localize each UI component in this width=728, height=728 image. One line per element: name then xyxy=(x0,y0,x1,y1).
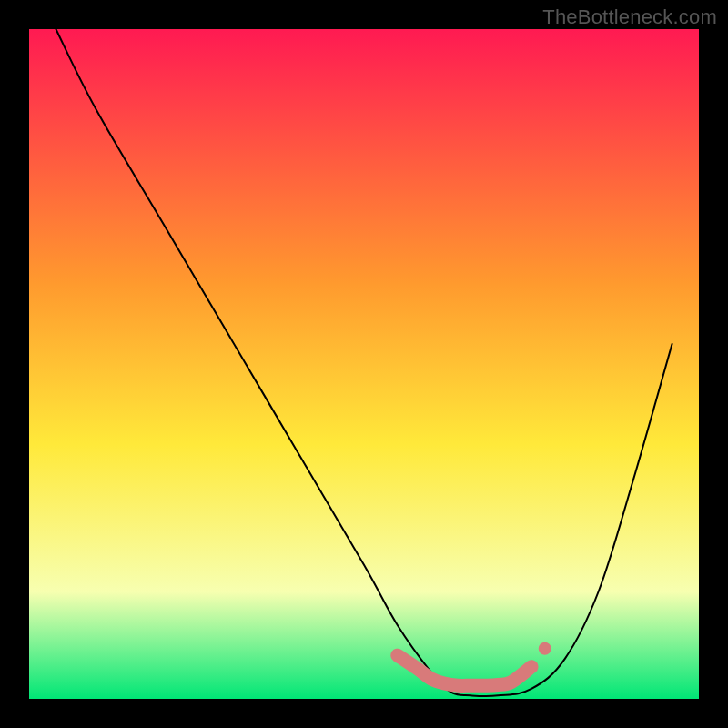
optimal-range-dot xyxy=(539,642,551,655)
chart-stage: TheBottleneck.com xyxy=(0,0,728,728)
gradient-background xyxy=(29,29,699,699)
watermark-text: TheBottleneck.com xyxy=(542,5,717,29)
bottleneck-chart xyxy=(0,0,728,728)
